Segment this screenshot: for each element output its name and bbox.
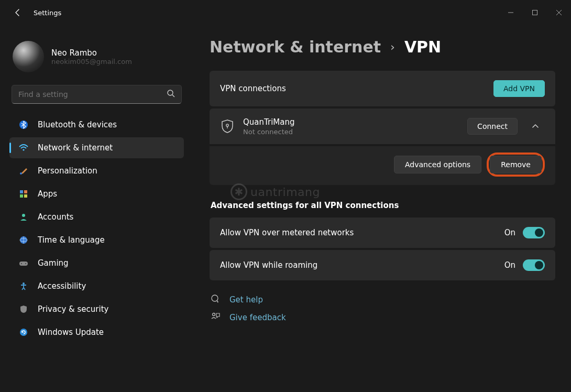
svg-rect-1 [533,10,537,15]
roaming-toggle-label: Allow VPN while roaming [220,260,504,270]
sidebar-item-label: Apps [38,189,57,199]
app-title: Settings [34,9,61,17]
svg-point-18 [21,263,22,264]
vpn-section-title: VPN connections [220,84,485,93]
sidebar-item-label: Accessibility [38,281,86,291]
breadcrumb-parent[interactable]: Network & internet [210,38,381,56]
maximize-button[interactable] [523,4,547,21]
sidebar-item-time[interactable]: Time & language [9,230,184,251]
globe-icon [19,235,28,245]
remove-button[interactable]: Remove [490,156,542,173]
roaming-toggle-state: On [504,260,515,270]
roaming-toggle[interactable] [523,259,545,271]
svg-point-22 [226,124,228,126]
sidebar-item-network[interactable]: Network & internet [9,137,184,158]
vpn-connections-card: VPN connections Add VPN [210,71,555,106]
person-icon [19,212,28,222]
search-box[interactable] [12,85,182,104]
roaming-toggle-card: Allow VPN while roaming On [210,250,555,280]
get-help-text[interactable]: Get help [229,295,263,304]
sidebar-item-label: Time & language [38,235,105,245]
svg-point-13 [22,214,25,217]
breadcrumb: Network & internet › VPN [210,38,555,56]
svg-point-20 [23,282,25,285]
close-button[interactable] [547,4,571,21]
sidebar-item-label: Network & internet [38,143,113,153]
breadcrumb-current: VPN [404,38,441,56]
sidebar-item-label: Accounts [38,212,73,222]
nav-list: Bluetooth & devices Network & internet P… [6,114,187,343]
vpn-connection-status: Not connected [243,128,459,136]
minimize-button[interactable] [499,4,523,21]
metered-toggle-state: On [504,228,515,237]
chevron-right-icon: › [390,40,395,53]
vpn-connection-actions: Advanced options Remove [210,146,555,185]
sidebar: Neo Rambo neokim005@gmail.com Bluetooth … [6,37,187,345]
sidebar-item-label: Privacy & security [38,304,108,314]
wifi-icon [19,143,28,153]
sidebar-item-gaming[interactable]: Gaming [9,253,184,274]
profile-name: Neo Rambo [51,48,132,58]
apps-icon [19,189,28,199]
watermark-logo: ✱ [230,183,247,200]
shield-icon [19,304,28,314]
titlebar: Settings [0,0,571,25]
vpn-shield-icon [220,119,235,134]
metered-toggle[interactable] [523,227,545,238]
sidebar-item-bluetooth[interactable]: Bluetooth & devices [9,114,184,135]
update-icon [19,328,28,337]
brush-icon [19,166,28,176]
help-links: Get help Give feedback [210,291,555,326]
remove-button-highlight: Remove [487,153,545,177]
sidebar-item-personalization[interactable]: Personalization [9,160,184,181]
svg-point-8 [20,172,22,175]
gamepad-icon [19,258,28,268]
give-feedback-text[interactable]: Give feedback [229,313,286,322]
feedback-icon [211,312,221,323]
sidebar-item-accessibility[interactable]: Accessibility [9,276,184,297]
svg-point-25 [213,313,215,316]
main-content: Network & internet › VPN VPN connections… [210,38,555,392]
add-vpn-button[interactable]: Add VPN [493,80,545,97]
profile-email: neokim005@gmail.com [51,58,132,66]
profile-block[interactable]: Neo Rambo neokim005@gmail.com [6,37,187,82]
svg-point-19 [25,263,26,264]
advanced-heading: Advanced settings for all VPN connection… [211,201,555,210]
watermark-text: uantrimang [250,186,320,199]
sidebar-item-label: Gaming [38,258,69,268]
get-help-link[interactable]: Get help [210,291,555,309]
connect-button[interactable]: Connect [467,118,518,135]
sidebar-item-label: Personalization [38,166,97,176]
chevron-up-icon[interactable] [526,117,545,136]
svg-rect-9 [20,190,23,193]
svg-point-7 [23,149,24,150]
vpn-connection-name: QuanTriMang [243,117,459,127]
svg-rect-10 [24,190,27,193]
bluetooth-icon [19,120,28,129]
svg-rect-17 [19,262,28,266]
sidebar-item-label: Bluetooth & devices [38,120,117,129]
sidebar-item-update[interactable]: Windows Update [9,322,184,343]
sidebar-item-privacy[interactable]: Privacy & security [9,299,184,320]
back-button[interactable] [14,8,22,17]
avatar [13,41,44,72]
svg-point-4 [168,90,173,95]
sidebar-item-apps[interactable]: Apps [9,183,184,204]
watermark: ✱ uantrimang [230,183,320,200]
svg-rect-11 [20,194,23,198]
accessibility-icon [19,281,28,291]
svg-line-5 [172,95,174,97]
vpn-connection-item[interactable]: QuanTriMang Not connected Connect [210,108,555,144]
help-icon [211,294,221,306]
sidebar-item-label: Windows Update [38,328,104,337]
give-feedback-link[interactable]: Give feedback [210,309,555,326]
metered-toggle-label: Allow VPN over metered networks [220,228,504,237]
svg-rect-12 [24,194,27,198]
search-input[interactable] [18,90,167,99]
search-icon [167,89,175,100]
sidebar-item-accounts[interactable]: Accounts [9,206,184,227]
advanced-options-button[interactable]: Advanced options [394,156,481,173]
metered-toggle-card: Allow VPN over metered networks On [210,217,555,248]
